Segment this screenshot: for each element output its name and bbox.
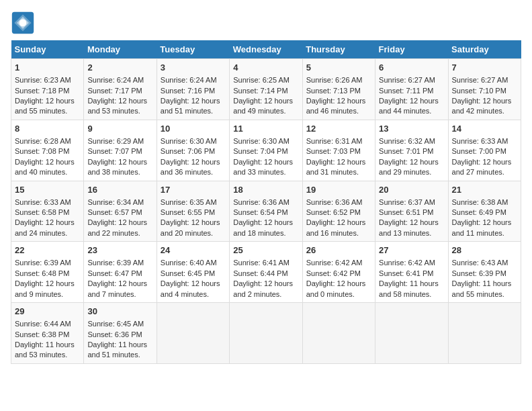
- day-header-saturday: Saturday: [448, 40, 521, 59]
- day-info-line: Sunrise: 6:28 AM: [15, 136, 80, 146]
- day-info-line: Daylight: 12 hours: [233, 279, 298, 289]
- calendar-cell: 6Sunrise: 6:27 AMSunset: 7:11 PMDaylight…: [375, 59, 448, 120]
- day-number: 22: [15, 244, 80, 257]
- svg-point-3: [19, 19, 27, 27]
- day-info-line: Sunset: 6:51 PM: [379, 208, 444, 218]
- day-info-line: Daylight: 12 hours: [87, 157, 152, 167]
- day-info-line: Daylight: 12 hours: [233, 157, 298, 167]
- day-info-line: Sunset: 7:18 PM: [15, 86, 80, 96]
- day-info-line: Daylight: 12 hours: [379, 218, 444, 228]
- day-info-line: Sunrise: 6:44 AM: [15, 319, 80, 329]
- day-info-line: and 33 minutes.: [233, 167, 298, 177]
- calendar-header-row: SundayMondayTuesdayWednesdayThursdayFrid…: [11, 40, 521, 59]
- day-header-tuesday: Tuesday: [157, 40, 229, 59]
- day-info-line: Sunrise: 6:39 AM: [87, 258, 152, 268]
- calendar-cell: 12Sunrise: 6:31 AMSunset: 7:03 PMDayligh…: [302, 120, 375, 181]
- day-info-line: Daylight: 12 hours: [15, 96, 80, 106]
- day-number: 1: [15, 62, 80, 74]
- day-info-line: Sunrise: 6:24 AM: [87, 75, 152, 85]
- day-info-line: Sunrise: 6:30 AM: [233, 136, 298, 146]
- calendar-cell: [302, 303, 375, 364]
- day-info-line: and 7 minutes.: [87, 289, 152, 300]
- day-info-line: Sunset: 6:39 PM: [452, 269, 517, 279]
- day-number: 20: [379, 184, 444, 196]
- day-info-line: Sunset: 6:54 PM: [233, 208, 298, 218]
- day-info-line: Sunrise: 6:24 AM: [161, 75, 226, 85]
- day-info-line: and 31 minutes.: [306, 167, 371, 177]
- day-info-line: Sunrise: 6:33 AM: [15, 197, 80, 208]
- day-info-line: Sunset: 6:44 PM: [233, 269, 298, 279]
- calendar-cell: 21Sunrise: 6:38 AMSunset: 6:49 PMDayligh…: [448, 181, 521, 242]
- day-info-line: Sunset: 7:08 PM: [15, 146, 80, 156]
- day-info-line: Sunset: 6:52 PM: [306, 208, 371, 218]
- calendar-cell: 7Sunrise: 6:27 AMSunset: 7:10 PMDaylight…: [448, 59, 521, 120]
- calendar-cell: [230, 303, 302, 364]
- week-row-5: 29Sunrise: 6:44 AMSunset: 6:38 PMDayligh…: [11, 303, 521, 364]
- calendar-cell: 4Sunrise: 6:25 AMSunset: 7:14 PMDaylight…: [230, 59, 302, 120]
- day-info-line: Sunrise: 6:25 AM: [233, 75, 298, 85]
- day-info-line: and 24 minutes.: [15, 228, 80, 238]
- day-number: 23: [87, 244, 152, 257]
- calendar-cell: [375, 303, 448, 364]
- day-number: 26: [306, 244, 371, 257]
- day-info-line: Daylight: 12 hours: [306, 279, 371, 289]
- calendar-cell: 11Sunrise: 6:30 AMSunset: 7:04 PMDayligh…: [230, 120, 302, 181]
- calendar-cell: 8Sunrise: 6:28 AMSunset: 7:08 PMDaylight…: [11, 120, 84, 181]
- day-info-line: Sunset: 6:47 PM: [87, 269, 152, 279]
- day-info-line: Daylight: 12 hours: [87, 218, 152, 228]
- day-info-line: Daylight: 12 hours: [452, 157, 517, 167]
- day-info-line: Daylight: 12 hours: [452, 96, 517, 106]
- day-info-line: Sunset: 7:14 PM: [233, 86, 298, 96]
- day-info-line: and 49 minutes.: [233, 106, 298, 116]
- calendar-cell: 3Sunrise: 6:24 AMSunset: 7:16 PMDaylight…: [157, 59, 229, 120]
- calendar-cell: 25Sunrise: 6:41 AMSunset: 6:44 PMDayligh…: [230, 242, 302, 303]
- day-info-line: Sunset: 6:42 PM: [306, 269, 371, 279]
- day-header-monday: Monday: [84, 40, 157, 59]
- day-number: 24: [161, 244, 226, 257]
- day-info-line: Sunrise: 6:41 AM: [233, 258, 298, 268]
- day-info-line: and 36 minutes.: [161, 167, 226, 177]
- day-info-line: Sunset: 6:57 PM: [87, 208, 152, 218]
- day-number: 11: [233, 123, 298, 135]
- day-info-line: and 55 minutes.: [15, 106, 80, 116]
- day-number: 2: [87, 62, 152, 74]
- calendar-cell: 23Sunrise: 6:39 AMSunset: 6:47 PMDayligh…: [84, 242, 157, 303]
- day-info-line: Sunset: 6:38 PM: [15, 330, 80, 340]
- day-info-line: Sunrise: 6:27 AM: [452, 75, 517, 85]
- day-number: 17: [161, 184, 226, 196]
- day-info-line: Daylight: 11 hours: [15, 340, 80, 350]
- day-info-line: and 53 minutes.: [15, 350, 80, 360]
- day-info-line: Daylight: 12 hours: [161, 279, 226, 289]
- calendar-cell: 14Sunrise: 6:33 AMSunset: 7:00 PMDayligh…: [448, 120, 521, 181]
- day-info-line: Sunrise: 6:27 AM: [379, 75, 444, 85]
- day-info-line: and 55 minutes.: [452, 289, 517, 300]
- day-info-line: Sunset: 7:00 PM: [452, 146, 517, 156]
- day-info-line: Sunset: 7:01 PM: [379, 146, 444, 156]
- calendar-cell: [448, 303, 521, 364]
- calendar-cell: 29Sunrise: 6:44 AMSunset: 6:38 PMDayligh…: [11, 303, 84, 364]
- day-info-line: Sunrise: 6:45 AM: [87, 319, 152, 329]
- day-info-line: Sunrise: 6:29 AM: [87, 136, 152, 146]
- calendar-table: SundayMondayTuesdayWednesdayThursdayFrid…: [11, 40, 521, 364]
- day-number: 25: [233, 244, 298, 257]
- day-info-line: Daylight: 12 hours: [233, 96, 298, 106]
- day-info-line: and 27 minutes.: [452, 167, 517, 177]
- day-info-line: and 51 minutes.: [87, 350, 152, 360]
- day-number: 28: [452, 244, 517, 257]
- day-number: 5: [306, 62, 371, 74]
- day-info-line: and 18 minutes.: [233, 228, 298, 238]
- day-info-line: Sunset: 7:06 PM: [161, 146, 226, 156]
- day-number: 16: [87, 184, 152, 196]
- day-info-line: Sunset: 7:04 PM: [233, 146, 298, 156]
- day-info-line: Daylight: 11 hours: [379, 279, 444, 289]
- day-info-line: Sunset: 6:41 PM: [379, 269, 444, 279]
- calendar-cell: 18Sunrise: 6:36 AMSunset: 6:54 PMDayligh…: [230, 181, 302, 242]
- day-info-line: Sunrise: 6:39 AM: [15, 258, 80, 268]
- logo: [11, 11, 38, 35]
- day-number: 15: [15, 184, 80, 196]
- day-number: 19: [306, 184, 371, 196]
- logo-icon: [11, 11, 35, 35]
- day-number: 8: [15, 123, 80, 135]
- day-info-line: and 4 minutes.: [161, 289, 226, 300]
- day-info-line: Sunset: 7:03 PM: [306, 146, 371, 156]
